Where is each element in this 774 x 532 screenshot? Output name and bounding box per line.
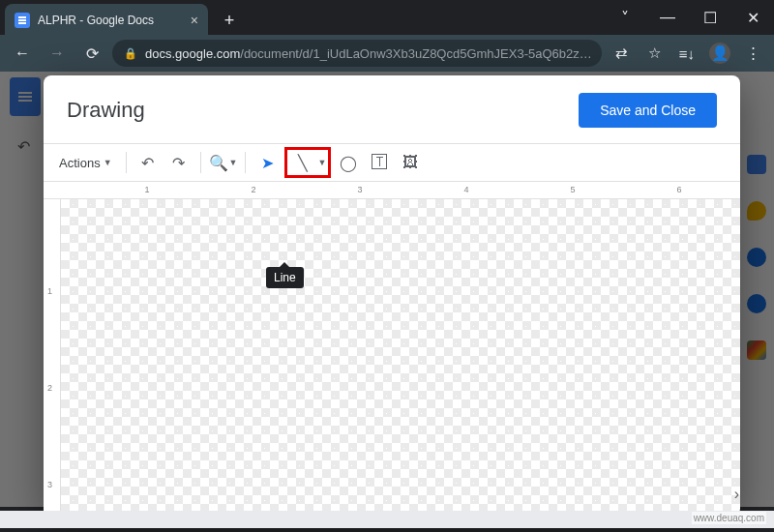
drawing-header: Drawing Save and Close	[44, 75, 740, 137]
zoom-button[interactable]: 🔍▼	[209, 149, 238, 176]
window-controls: ˅ — ☐ ✕	[604, 2, 774, 33]
window-caret-icon[interactable]: ˅	[604, 2, 646, 33]
tooltip-text: Line	[274, 271, 296, 284]
new-tab-button[interactable]: +	[216, 7, 243, 34]
close-tab-icon[interactable]: ×	[191, 13, 198, 28]
back-button[interactable]: ←	[8, 39, 37, 68]
reload-button[interactable]: ⟳	[77, 39, 106, 68]
select-tool-icon[interactable]: ➤	[253, 149, 281, 176]
ruler-mark: 5	[570, 185, 575, 194]
separator	[200, 152, 201, 173]
line-tool-caret[interactable]: ▼	[317, 158, 326, 167]
window-minimize-icon[interactable]: —	[646, 2, 689, 33]
separator	[245, 152, 246, 173]
address-bar: ← → ⟳ 🔒 docs.google.com /document/d/1_iU…	[0, 35, 774, 72]
url-path: /document/d/1_iUdLaOnw3Xb3uZ8Qcd5GmhJEX3…	[240, 46, 591, 61]
bookmark-icon[interactable]: ☆	[640, 40, 668, 67]
url-box[interactable]: 🔒 docs.google.com /document/d/1_iUdLaOnw…	[112, 40, 602, 67]
watermark: www.deuaq.com	[692, 512, 766, 524]
horizontal-ruler: 1 2 3 4 5 6	[44, 182, 740, 199]
browser-tab[interactable]: ALPHR - Google Docs ×	[5, 4, 208, 37]
ruler-mark: 1	[144, 185, 149, 194]
scroll-right-icon[interactable]: ›	[734, 486, 739, 503]
separator	[126, 152, 127, 173]
translate-icon[interactable]: ⇄	[608, 40, 635, 67]
undo-button[interactable]: ↶	[134, 149, 162, 176]
chrome-menu-icon[interactable]: ⋮	[739, 40, 766, 67]
tab-strip: ALPHR - Google Docs × +	[5, 5, 243, 36]
window-close-icon[interactable]: ✕	[731, 2, 774, 33]
shape-tool-icon[interactable]: ◯	[335, 149, 362, 176]
lock-icon: 🔒	[124, 47, 137, 60]
line-tool-highlight: ╲ ▼	[284, 147, 331, 178]
reading-list-icon[interactable]: ≡↓	[673, 40, 700, 67]
drawing-title: Drawing	[67, 98, 145, 123]
drawing-canvas[interactable]	[61, 199, 740, 517]
actions-menu[interactable]: Actions▼	[53, 149, 118, 176]
ruler-mark: 4	[463, 185, 468, 194]
ruler-mark-v: 3	[47, 480, 52, 489]
ruler-mark: 3	[357, 185, 362, 194]
profile-avatar[interactable]: 👤	[706, 40, 733, 67]
tab-title: ALPHR - Google Docs	[38, 14, 154, 27]
ruler-mark: 2	[251, 185, 255, 194]
docs-favicon	[15, 13, 30, 28]
canvas-area: 1 2 3	[44, 199, 740, 517]
status-bar	[0, 511, 774, 528]
ruler-mark-v: 2	[47, 383, 52, 393]
line-tool-icon[interactable]: ╲	[289, 149, 316, 176]
window-maximize-icon[interactable]: ☐	[689, 2, 731, 33]
ruler-mark-v: 1	[47, 286, 52, 296]
textbox-tool-icon[interactable]: 🅃	[366, 149, 393, 176]
window-titlebar: ALPHR - Google Docs × + ˅ — ☐ ✕	[0, 0, 774, 35]
forward-button: →	[43, 39, 72, 68]
ruler-mark: 6	[676, 185, 681, 194]
image-tool-icon[interactable]: 🖼	[397, 149, 424, 176]
drawing-toolbar: Actions▼ ↶ ↷ 🔍▼ ➤ ╲ ▼ ◯ 🅃 🖼	[44, 143, 740, 182]
drawing-modal: Drawing Save and Close Actions▼ ↶ ↷ 🔍▼ ➤…	[44, 75, 740, 517]
redo-button[interactable]: ↷	[165, 149, 193, 176]
save-and-close-button[interactable]: Save and Close	[579, 93, 717, 128]
url-host: docs.google.com	[145, 46, 240, 61]
vertical-ruler: 1 2 3	[44, 199, 61, 517]
line-tooltip: Line	[266, 267, 304, 288]
